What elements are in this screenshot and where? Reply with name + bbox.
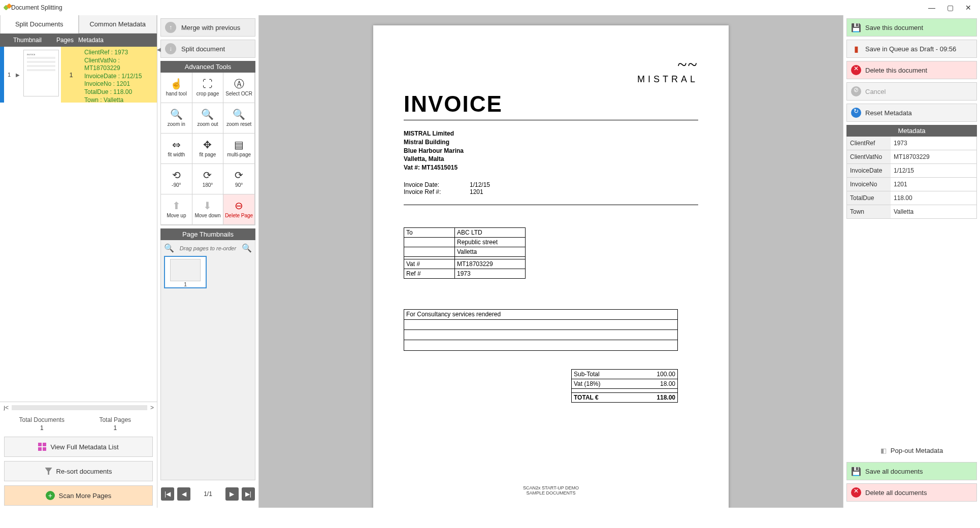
left-tabs: Split Documents Common Metadata — [0, 15, 157, 34]
expand-arrow-icon[interactable]: ▶ — [14, 47, 21, 103]
right-panel: 💾Save this document ▮Save in Queue as Dr… — [843, 15, 980, 508]
move-down-icon: ⬇ — [203, 201, 212, 211]
collapse-arrow-icon[interactable]: ◀ — [157, 47, 159, 52]
company-address: MISTRAL Limited Mistral Building Blue Ha… — [404, 129, 698, 172]
arrow-down-icon: ↓ — [165, 43, 176, 54]
save-all-button[interactable]: 💾Save all documents — [846, 462, 977, 480]
h-scrollbar[interactable]: ⌋ < > — [0, 402, 157, 413]
meta-value[interactable]: 1201 — [891, 178, 976, 191]
cancel-button[interactable]: ⊘Cancel — [846, 82, 977, 101]
popout-metadata-button[interactable]: ◧Pop-out Metadata — [846, 442, 977, 459]
rotate-180-button[interactable]: ⟳180° — [192, 164, 224, 194]
close-button[interactable]: ✕ — [965, 4, 972, 12]
left-panel: Split Documents Common Metadata Thumbnai… — [0, 15, 157, 508]
arrow-up-icon: ↑ — [165, 22, 176, 33]
zoom-in-button[interactable]: 🔍zoom in — [161, 103, 192, 134]
scan-more-pages-button[interactable]: +Scan More Pages — [4, 485, 153, 506]
app-logo-icon — [4, 4, 11, 11]
prev-page-button[interactable]: ◀ — [177, 487, 190, 501]
thumb-zoom-in-icon[interactable]: 🔍 — [242, 243, 252, 253]
page-thumbnail[interactable]: 1 — [164, 256, 207, 288]
scroll-right-icon[interactable]: > — [150, 404, 154, 411]
tab-common-metadata[interactable]: Common Metadata — [79, 15, 157, 34]
save-icon: 💾 — [851, 467, 861, 476]
delete-page-button[interactable]: ⊖Delete Page — [223, 194, 255, 225]
window-controls: — ▢ ✕ — [928, 4, 976, 12]
next-page-button[interactable]: ▶ — [225, 487, 239, 501]
move-up-icon: ⬆ — [172, 201, 181, 211]
split-document-button[interactable]: ↓Split document — [160, 40, 255, 58]
save-document-button[interactable]: 💾Save this document — [846, 18, 977, 37]
advanced-tools-header: Advanced Tools — [160, 61, 255, 73]
delete-document-button[interactable]: ✕Delete this document — [846, 61, 977, 79]
zoom-out-icon: 🔍 — [201, 109, 214, 119]
select-ocr-button[interactable]: ⒶSelect OCR — [223, 73, 255, 103]
crop-page-button[interactable]: ⛶crop page — [192, 73, 224, 103]
meta-value[interactable]: 118.00 — [891, 191, 976, 205]
selection-indicator — [0, 47, 4, 103]
thumb-zoom-out-icon[interactable]: 🔍 — [164, 243, 174, 253]
doc-list-header: Thumbnail Pages Metadata ◀ — [0, 34, 157, 47]
zoom-reset-button[interactable]: 🔍zoom reset — [223, 103, 255, 134]
page-footer: SCAN2x START-UP DEMO SAMPLE DOCUMENTS — [373, 485, 729, 496]
col-metadata: Metadata — [75, 37, 157, 44]
page-preview: ~~ MISTRAL INVOICE MISTRAL Limited Mistr… — [373, 25, 729, 508]
meta-value[interactable]: MT18703229 — [891, 150, 976, 163]
fit-width-icon: ⇔ — [172, 140, 181, 150]
metadata-table: ClientRef1973 ClientVatNoMT18703229 Invo… — [846, 137, 977, 219]
brand-logo: ~~ MISTRAL — [637, 61, 698, 85]
save-icon: 💾 — [851, 23, 861, 32]
col-thumbnail: Thumbnail — [0, 37, 55, 44]
minimize-button[interactable]: — — [928, 4, 935, 12]
fit-width-button[interactable]: ⇔fit width — [161, 134, 192, 164]
meta-value[interactable]: 1/12/15 — [891, 164, 976, 177]
move-up-button[interactable]: ⬆Move up — [161, 194, 192, 225]
merge-previous-button[interactable]: ↑Merge with previous — [160, 18, 255, 37]
doc-row[interactable]: 1 ▶ INVOICE 1 ClientRef : 1973 ClientVat… — [0, 47, 157, 103]
description-box: For Consultancy services rendered — [404, 309, 678, 351]
save-queue-button[interactable]: ▮Save in Queue as Draft - 09:56 — [846, 40, 977, 58]
resort-documents-button[interactable]: Re-sort documents — [4, 461, 153, 481]
reset-icon: ↻ — [851, 108, 861, 118]
meta-key: TotalDue — [847, 191, 891, 205]
grid-icon — [38, 443, 46, 451]
rotate-neg90-button[interactable]: ⟲-90° — [161, 164, 192, 194]
preview-pane[interactable]: ~~ MISTRAL INVOICE MISTRAL Limited Mistr… — [259, 15, 843, 508]
ocr-icon: Ⓐ — [234, 79, 244, 89]
doc-thumbnail[interactable]: INVOICE — [23, 50, 59, 96]
reset-metadata-button[interactable]: ↻Reset Metadata — [846, 104, 977, 122]
plus-icon: + — [46, 491, 55, 500]
totals-bar: Total Documents1 Total Pages1 — [0, 413, 157, 435]
rotate-180-icon: ⟳ — [203, 170, 212, 180]
move-down-button[interactable]: ⬇Move down — [192, 194, 224, 225]
zoom-out-button[interactable]: 🔍zoom out — [192, 103, 224, 134]
scroll-track[interactable] — [12, 405, 147, 410]
fit-page-button[interactable]: ✥fit page — [192, 134, 224, 164]
col-pages: Pages — [55, 37, 75, 44]
title-bar: Document Splitting — ▢ ✕ — [0, 0, 980, 15]
first-page-button[interactable]: |◀ — [161, 487, 174, 501]
hand-tool-button[interactable]: ☝hand tool — [161, 73, 192, 103]
recipient-box: ToABC LTD Republic street Valletta Vat #… — [404, 227, 526, 279]
view-full-metadata-button[interactable]: View Full Metadata List — [4, 437, 153, 457]
meta-value[interactable]: Valletta — [891, 205, 976, 218]
total-docs-value: 1 — [5, 424, 79, 432]
total-pages-value: 1 — [79, 424, 152, 432]
total-pages-label: Total Pages — [99, 416, 131, 423]
cancel-icon: ⊘ — [851, 86, 861, 96]
metadata-header: Metadata — [846, 125, 977, 137]
rotate-90-button[interactable]: ⟳90° — [223, 164, 255, 194]
maximize-button[interactable]: ▢ — [946, 4, 954, 12]
meta-value[interactable]: 1973 — [891, 137, 976, 150]
fit-page-icon: ✥ — [203, 140, 212, 150]
last-page-button[interactable]: ▶| — [242, 487, 255, 501]
scroll-left-icon[interactable]: < — [5, 404, 9, 411]
rotate-right-icon: ⟳ — [235, 170, 243, 180]
tools-grid: ☝hand tool ⛶crop page ⒶSelect OCR 🔍zoom … — [160, 73, 255, 225]
funnel-icon — [45, 468, 52, 475]
delete-page-icon: ⊖ — [235, 201, 243, 211]
rotate-left-icon: ⟲ — [172, 170, 181, 180]
multi-page-button[interactable]: ▤multi-page — [223, 134, 255, 164]
delete-all-button[interactable]: ✕Delete all documents — [846, 483, 977, 502]
tab-split-documents[interactable]: Split Documents — [0, 15, 79, 34]
